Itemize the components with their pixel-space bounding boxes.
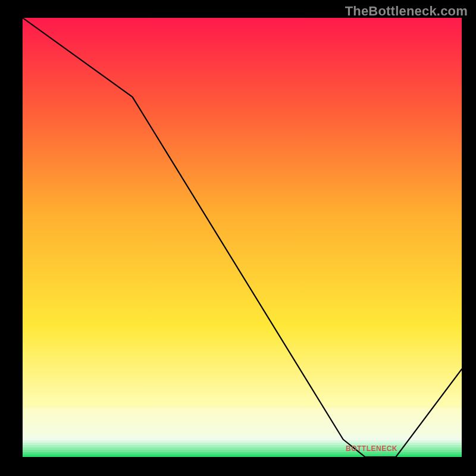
bottleneck-curve	[23, 18, 462, 457]
watermark-text: TheBottleneck.com	[345, 4, 468, 19]
plot-area: BOTTLENECK	[23, 18, 462, 457]
bottleneck-annotation: BOTTLENECK	[346, 444, 397, 453]
chart-frame: TheBottleneck.com	[0, 0, 476, 476]
line-overlay	[23, 18, 462, 457]
